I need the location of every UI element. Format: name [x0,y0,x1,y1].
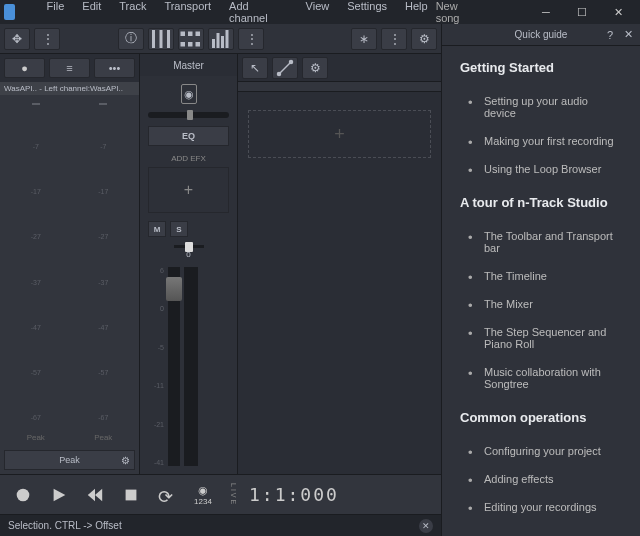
step-sequencer-button[interactable] [178,28,204,50]
play-button[interactable] [44,480,74,510]
window-title: New song [436,0,528,24]
fader-scale: 60 -5-11 -21-41 [148,263,164,470]
vu-meter-right: -7-17 -27-37 -47-57 -67 [72,99,136,425]
svg-rect-1 [160,30,163,48]
add-fx-label: ADD EFX [140,150,237,167]
svg-rect-9 [212,39,215,48]
guide-link-first-recording[interactable]: Making your first recording [468,127,622,155]
status-close-button[interactable]: ✕ [419,519,433,533]
timeline-ruler[interactable] [238,82,441,92]
svg-rect-12 [226,30,229,48]
guide-close-icon[interactable]: ✕ [622,29,634,41]
more-panels-button[interactable]: ⋮ [238,28,264,50]
svg-marker-19 [95,488,102,501]
svg-rect-10 [217,33,220,48]
guide-link-effects[interactable]: Adding effects [468,465,622,493]
section-getting-started: Getting Started [460,60,622,75]
status-text: Selection. CTRL -> Offset [8,520,122,531]
peak-left-label: Peak [4,433,68,442]
app-icon [4,4,15,20]
section-common-ops: Common operations [460,410,622,425]
add-fx-button[interactable]: + [148,167,229,213]
guide-link-audio-device[interactable]: Setting up your audio device [468,87,622,127]
move-tool-button[interactable]: ✥ [4,28,30,50]
svg-rect-20 [126,489,137,500]
guide-link-configure[interactable]: Configuring your project [468,437,622,465]
svg-rect-2 [167,30,170,48]
svg-rect-3 [181,31,186,36]
pan-slider[interactable] [174,245,204,248]
master-meter [184,267,198,466]
peak-gear-icon[interactable]: ⚙ [121,455,130,466]
guide-link-songtree[interactable]: Music collaboration with Songtree [468,358,622,398]
close-button[interactable]: ✕ [600,0,636,24]
master-gain-slider[interactable] [148,112,229,118]
automation-tool-button[interactable] [272,57,298,79]
live-label: LIVE [230,483,237,506]
master-label: Master [140,54,237,76]
input-more-button[interactable]: ••• [94,58,135,78]
metronome-button[interactable]: ◉1234 [188,480,218,510]
svg-rect-0 [152,30,155,48]
mixer-sliders-button[interactable] [148,28,174,50]
guide-link-toolbar[interactable]: The Toolbar and Transport bar [468,222,622,262]
svg-rect-8 [196,42,201,47]
svg-rect-11 [221,36,224,48]
vu-meter-left: -7-17 -27-37 -47-57 -67 [4,99,68,425]
guide-link-editing[interactable]: Editing your recordings [468,493,622,521]
svg-line-15 [279,62,291,74]
timeline-settings-button[interactable]: ⚙ [302,57,328,79]
pointer-tool-button[interactable]: ↖ [242,57,268,79]
speaker-icon: ◉ [181,84,197,104]
svg-rect-5 [196,31,201,36]
quick-guide-title: Quick guide [515,29,568,40]
input-list-button[interactable]: ≡ [49,58,90,78]
guide-link-step-sequencer[interactable]: The Step Sequencer and Piano Roll [468,318,622,358]
svg-rect-6 [181,42,186,47]
maximize-button[interactable]: ☐ [564,0,600,24]
master-fader[interactable] [168,267,180,466]
mute-button[interactable]: M [148,221,166,237]
guide-link-mixer[interactable]: The Mixer [468,290,622,318]
help-icon[interactable]: ? [604,29,616,41]
record-arm-button[interactable]: ● [4,58,45,78]
minimize-button[interactable]: ─ [528,0,564,24]
section-tour: A tour of n-Track Studio [460,195,622,210]
svg-marker-18 [88,488,95,501]
input-channel-label: WasAPI.. - Left channel:WasAPI.. [0,82,139,95]
svg-rect-7 [188,42,193,47]
more-tools-button[interactable]: ⋮ [34,28,60,50]
guide-link-loop-browser[interactable]: Using the Loop Browser [468,155,622,183]
add-track-zone[interactable]: + [248,110,431,158]
info-button[interactable]: ⓘ [118,28,144,50]
peak-right-label: Peak [72,433,136,442]
eq-button[interactable] [208,28,234,50]
svg-rect-4 [188,31,193,36]
svg-point-16 [17,488,30,501]
solo-button[interactable]: S [170,221,188,237]
record-button[interactable] [8,480,38,510]
view-more-button[interactable]: ⋮ [381,28,407,50]
stop-button[interactable] [116,480,146,510]
guide-link-timeline[interactable]: The Timeline [468,262,622,290]
peak-dropdown[interactable]: Peak ⚙ [4,450,135,470]
settings-gear-button[interactable]: ⚙ [411,28,437,50]
snap-button[interactable]: ∗ [351,28,377,50]
time-display[interactable]: 1:1:000 [249,484,339,505]
svg-marker-17 [54,488,66,501]
master-output-button[interactable]: ◉ [144,80,233,108]
loop-button[interactable]: ⟳ [152,480,182,510]
master-eq-button[interactable]: EQ [148,126,229,146]
rewind-button[interactable] [80,480,110,510]
